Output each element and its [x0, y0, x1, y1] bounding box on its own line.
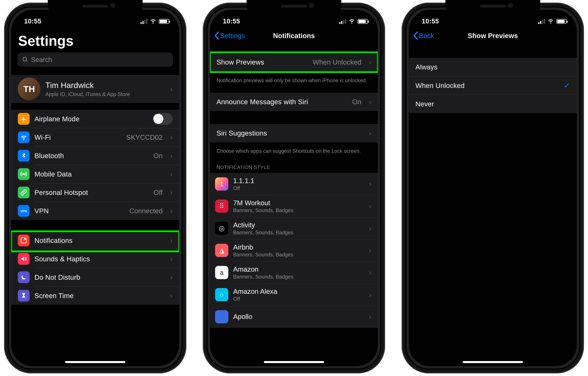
chevron-right-icon: › [369, 224, 371, 232]
app-subtitle: Banners, Sounds, Badges [233, 230, 293, 236]
home-indicator[interactable] [463, 361, 523, 363]
status-time: 10:55 [24, 17, 41, 25]
cell-value: SKYCCD02 [126, 133, 163, 141]
cell-label: Airplane Mode [34, 115, 79, 123]
app-notification-cell[interactable]: ⠿7M WorkoutBanners, Sounds, Badges› [210, 195, 378, 217]
preview-option[interactable]: When Unlocked✓ [409, 76, 577, 95]
app-subtitle: Off [233, 296, 277, 302]
cell-value: Connected [129, 207, 163, 215]
wifi-icon [18, 131, 30, 143]
preview-option[interactable]: Always [409, 58, 577, 76]
status-time: 10:55 [223, 17, 240, 25]
app-icon: ◎ [215, 222, 228, 235]
app-notification-cell[interactable]: ◮AirbnbBanners, Sounds, Badges› [210, 239, 378, 261]
back-label: Settings [220, 32, 245, 40]
apple-id-cell[interactable]: TH Tim Hardwick Apple ID, iCloud, iTunes… [11, 75, 179, 103]
chevron-right-icon: › [170, 189, 173, 196]
cell-label: Siri Suggestions [217, 129, 267, 137]
battery-icon [357, 19, 368, 24]
app-notification-cell[interactable]: aAmazonBanners, Sounds, Badges› [210, 261, 378, 284]
show-previews-cell[interactable]: Show Previews When Unlocked › [210, 53, 378, 71]
cellular-signal-icon [339, 19, 346, 24]
app-name: 1.1.1.1 [233, 177, 254, 185]
chevron-right-icon: › [369, 202, 371, 210]
cell-label: Sounds & Haptics [34, 255, 90, 263]
cell-value: When Unlocked [313, 58, 361, 66]
app-subtitle: Banners, Sounds, Badges [233, 252, 293, 258]
battery-icon [159, 19, 169, 24]
app-icon: ○ [215, 288, 228, 301]
connectivity-row[interactable]: BluetoothOn› [11, 146, 179, 165]
home-indicator[interactable] [264, 361, 324, 363]
moon-icon [18, 271, 30, 283]
app-icon: ◮ [215, 244, 228, 257]
app-notification-cell[interactable]: Apollo› [210, 306, 378, 328]
chevron-right-icon: › [369, 247, 371, 254]
settings-scroll-region[interactable]: Settings Search TH Tim Hardwick Apple ID… [11, 27, 179, 366]
nav-title: Notifications [273, 32, 315, 40]
cell-value: Off [154, 188, 163, 197]
app-subtitle: Off [233, 185, 254, 191]
siri-footer: Choose which apps can suggest Shortcuts … [210, 145, 378, 155]
announce-siri-cell[interactable]: Announce Messages with Siri On › [210, 93, 378, 111]
vpn-icon: VPN [18, 205, 30, 217]
connectivity-row[interactable]: Wi-FiSKYCCD02› [11, 128, 179, 146]
chevron-right-icon: › [369, 130, 371, 137]
app-subtitle: Banners, Sounds, Badges [233, 274, 293, 280]
app-name: Airbnb [233, 243, 293, 251]
nav-bar: Settings Notifications [210, 27, 378, 44]
app-icon: 1 [215, 177, 228, 191]
option-label: Never [415, 100, 434, 108]
cell-value: On [352, 98, 361, 106]
siri-suggestions-cell[interactable]: Siri Suggestions › [210, 124, 378, 143]
app-notification-cell[interactable]: ○Amazon AlexaOff› [210, 284, 378, 306]
app-notification-cell[interactable]: 11.1.1.1Off› [210, 173, 378, 195]
chevron-right-icon: › [170, 274, 173, 281]
cell-label: Bluetooth [34, 152, 64, 160]
connectivity-row[interactable]: Personal HotspotOff› [11, 183, 179, 202]
connectivity-row[interactable]: VPNVPNConnected› [11, 202, 179, 220]
option-label: When Unlocked [415, 82, 465, 89]
chevron-right-icon: › [170, 170, 173, 178]
cell-value: On [154, 152, 163, 160]
chevron-right-icon: › [170, 152, 173, 159]
svg-line-1 [26, 61, 27, 62]
wifi-icon [547, 18, 554, 25]
attention-row[interactable]: Do Not Disturb› [11, 268, 179, 287]
home-indicator[interactable] [65, 361, 125, 363]
attention-row[interactable]: Notifications› [11, 231, 179, 250]
attention-row[interactable]: Screen Time› [11, 287, 179, 305]
chevron-left-icon [413, 32, 418, 40]
app-icon [215, 310, 228, 323]
svg-point-5 [24, 238, 26, 240]
notification-style-header: Notification Style [210, 161, 378, 173]
phone-notifications: 10:55 Settings Notifications [203, 3, 385, 373]
toggle-switch[interactable] [152, 113, 173, 125]
app-notification-cell[interactable]: ◎ActivityBanners, Sounds, Badges› [210, 217, 378, 239]
cellular-signal-icon [538, 19, 545, 24]
nav-bar: Back Show Previews [409, 27, 577, 44]
back-button[interactable]: Settings [214, 32, 245, 40]
chevron-right-icon: › [170, 292, 173, 299]
avatar: TH [18, 77, 41, 100]
wifi-icon [349, 18, 355, 25]
search-input[interactable]: Search [18, 53, 173, 67]
connectivity-row[interactable]: Airplane Mode [11, 110, 179, 128]
profile-name: Tim Hardwick [45, 81, 130, 90]
connectivity-row[interactable]: Mobile Data› [11, 165, 179, 183]
back-button[interactable]: Back [413, 32, 434, 40]
back-label: Back [419, 32, 434, 40]
status-time: 10:55 [422, 17, 439, 25]
app-name: Amazon Alexa [233, 288, 277, 295]
svg-text:VPN: VPN [21, 210, 27, 213]
chevron-right-icon: › [170, 255, 173, 263]
attention-row[interactable]: Sounds & Haptics› [11, 250, 179, 268]
chevron-right-icon: › [170, 237, 173, 244]
preview-option[interactable]: Never [409, 95, 577, 113]
bluetooth-icon [18, 150, 30, 162]
nav-title: Show Previews [468, 32, 518, 40]
app-list: 11.1.1.1Off›⠿7M WorkoutBanners, Sounds, … [210, 173, 378, 328]
app-name: Amazon [233, 265, 293, 273]
speaker-icon [18, 253, 30, 265]
device-notch [249, 0, 338, 14]
